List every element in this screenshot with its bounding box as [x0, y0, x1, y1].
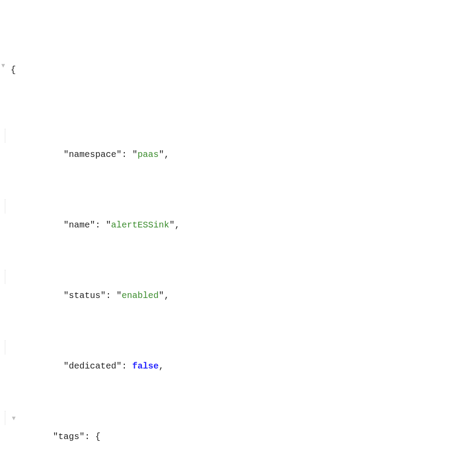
json-tree-viewer: { "namespace": "paas", "name": "alertESS…: [0, 0, 476, 473]
json-string: enabled: [122, 291, 159, 301]
brace-open: {: [11, 65, 16, 75]
json-key: tags: [58, 432, 79, 442]
json-line: {: [0, 58, 476, 72]
expand-toggle-icon[interactable]: [11, 411, 21, 425]
json-key: dedicated: [69, 361, 116, 371]
json-line: "dedicated": false,: [0, 340, 476, 354]
json-string: paas: [138, 149, 159, 160]
json-boolean: false: [132, 361, 159, 371]
json-key: namespace: [69, 149, 116, 160]
json-line: "status": "enabled",: [0, 270, 476, 284]
json-key: status: [69, 291, 100, 301]
json-line: "name": "alertESSink",: [0, 199, 476, 213]
json-string: alertESSink: [111, 220, 169, 230]
json-line: "namespace": "paas",: [0, 129, 476, 143]
json-key: name: [69, 220, 90, 230]
expand-toggle-icon[interactable]: [0, 58, 11, 72]
json-line: "tags": {: [0, 411, 476, 425]
